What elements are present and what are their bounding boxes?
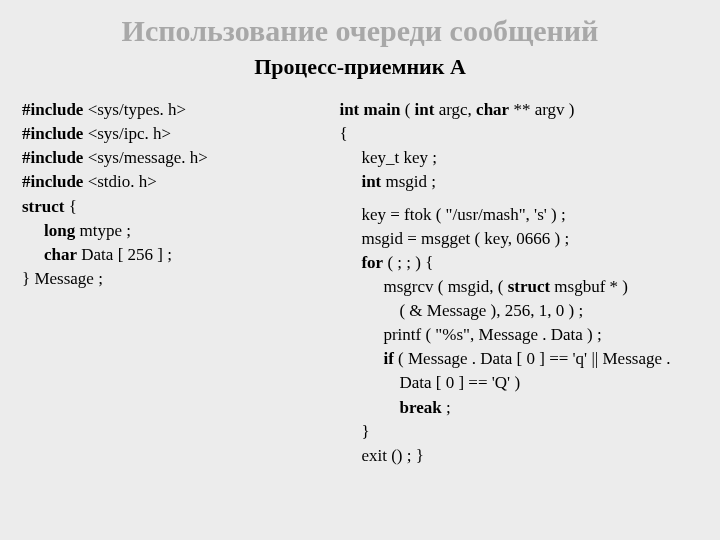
if-line: if ( Message . Data [ 0 ] == 'q' || Mess…	[339, 347, 697, 371]
struct-field: char Data [ 256 ] ;	[22, 243, 319, 267]
text: msgbuf * )	[550, 277, 628, 296]
code-line: Data [ 0 ] == 'Q' )	[339, 371, 697, 395]
header: <sys/message. h>	[88, 148, 208, 167]
exit-line: exit () ; }	[339, 444, 697, 468]
code-line: msgid = msgget ( key, 0666 ) ;	[339, 227, 697, 251]
field: Data [ 256 ] ;	[77, 245, 172, 264]
slide: Использование очереди сообщений Процесс-…	[0, 0, 720, 540]
directive: #include	[22, 100, 83, 119]
for-line: for ( ; ; ) {	[339, 251, 697, 275]
slide-subtitle: Процесс-приемник А	[22, 54, 698, 80]
struct-close: } Message ;	[22, 267, 319, 291]
keyword: if	[383, 349, 393, 368]
header: <sys/ipc. h>	[88, 124, 171, 143]
keyword: int	[361, 172, 381, 191]
code-line: msgrcv ( msgid, ( struct msgbuf * )	[339, 275, 697, 299]
decl-line: key_t key ;	[339, 146, 697, 170]
include-line: #include <sys/ipc. h>	[22, 122, 319, 146]
struct-field: long mtype ;	[22, 219, 319, 243]
keyword: long	[44, 221, 75, 240]
keyword: struct	[508, 277, 550, 296]
text: ;	[442, 398, 451, 417]
include-line: #include <sys/types. h>	[22, 98, 319, 122]
code-line: printf ( "%s", Message . Data ) ;	[339, 323, 697, 347]
code-line: ( & Message ), 256, 1, 0 ) ;	[339, 299, 697, 323]
code-line: key = ftok ( "/usr/mash", 's' ) ;	[339, 203, 697, 227]
keyword: int	[415, 100, 435, 119]
keyword: struct	[22, 197, 64, 216]
keyword: for	[361, 253, 383, 272]
text: msgid ;	[381, 172, 436, 191]
text: (	[400, 100, 414, 119]
brace: {	[64, 197, 76, 216]
keyword: break	[399, 398, 441, 417]
break-line: break ;	[339, 396, 697, 420]
keyword: char	[476, 100, 509, 119]
text: msgrcv ( msgid, (	[383, 277, 507, 296]
right-column: int main ( int argc, char ** argv ) { ke…	[339, 98, 697, 468]
text: argc,	[434, 100, 476, 119]
slide-title: Использование очереди сообщений	[22, 14, 698, 48]
open-brace: {	[339, 122, 697, 146]
header: <stdio. h>	[88, 172, 157, 191]
struct-open: struct {	[22, 195, 319, 219]
header: <sys/types. h>	[88, 100, 187, 119]
include-line: #include <stdio. h>	[22, 170, 319, 194]
text: ( Message . Data [ 0 ] == 'q' || Message…	[394, 349, 671, 368]
directive: #include	[22, 124, 83, 143]
directive: #include	[22, 148, 83, 167]
include-line: #include <sys/message. h>	[22, 146, 319, 170]
decl-line: int msgid ;	[339, 170, 697, 194]
left-column: #include <sys/types. h> #include <sys/ip…	[22, 98, 319, 468]
keyword: char	[44, 245, 77, 264]
text: ** argv )	[509, 100, 574, 119]
field: mtype ;	[75, 221, 131, 240]
main-signature: int main ( int argc, char ** argv )	[339, 98, 697, 122]
keyword: int main	[339, 100, 400, 119]
code-columns: #include <sys/types. h> #include <sys/ip…	[22, 98, 698, 468]
text: ( ; ; ) {	[383, 253, 433, 272]
close-brace: }	[339, 420, 697, 444]
directive: #include	[22, 172, 83, 191]
